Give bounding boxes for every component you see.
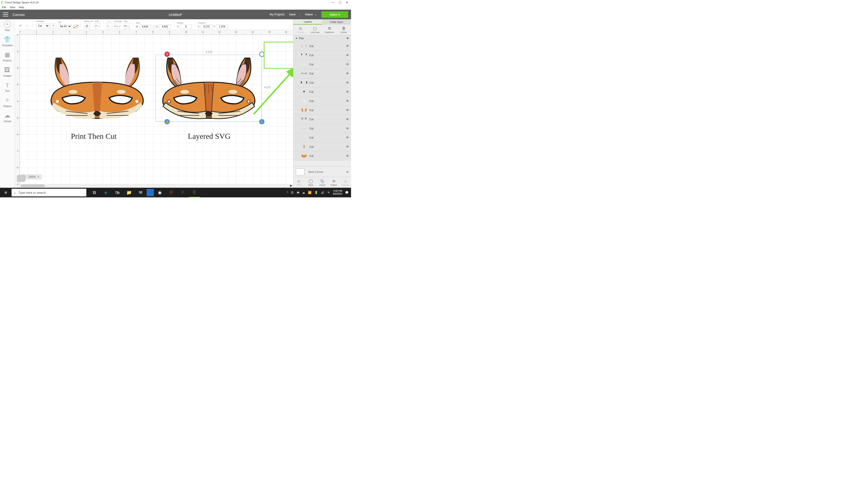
- redo-button[interactable]: ↷: [24, 23, 30, 29]
- wifi-icon[interactable]: 📶: [308, 191, 311, 194]
- flatten-button[interactable]: ≋Flatten: [328, 177, 340, 188]
- height-input[interactable]: [159, 25, 171, 29]
- minimize-button[interactable]: —: [332, 1, 334, 4]
- text-button[interactable]: TText: [4, 82, 11, 92]
- photos-icon[interactable]: [147, 189, 154, 196]
- rotate-input[interactable]: [180, 25, 192, 29]
- hamburger-icon[interactable]: [3, 12, 8, 17]
- weld-button[interactable]: ◯Weld: [305, 177, 317, 188]
- visibility-toggle[interactable]: 👁: [346, 117, 349, 121]
- delete-button[interactable]: 🗑Delete: [337, 25, 351, 35]
- undo-button[interactable]: ↶: [18, 23, 23, 29]
- fill-select[interactable]: No Fill: [58, 24, 72, 29]
- machine-selector[interactable]: Maker ⌄: [305, 13, 317, 16]
- chat-icon[interactable]: [17, 175, 26, 182]
- linetype-help[interactable]: ?: [51, 23, 56, 29]
- arrange-button[interactable]: ▭⌄: [114, 23, 120, 29]
- clock[interactable]: 3:40 PM3/9/2020: [333, 190, 342, 195]
- edit-button[interactable]: ✂⌄: [95, 23, 100, 29]
- close-button[interactable]: ✕: [346, 1, 348, 4]
- cricut-icon[interactable]: C: [189, 188, 200, 197]
- visibility-hidden-icon[interactable]: 👁: [346, 171, 349, 173]
- visibility-toggle[interactable]: 👁: [346, 99, 349, 103]
- notifications-icon[interactable]: 💬: [345, 191, 349, 194]
- volume-icon[interactable]: 🔊: [321, 191, 324, 194]
- layer-item[interactable]: Cut👁: [293, 105, 351, 115]
- save-link[interactable]: Save: [289, 13, 296, 16]
- upload-button[interactable]: ☁Upload: [4, 112, 11, 123]
- y-input[interactable]: [216, 25, 228, 29]
- layer-group-fox[interactable]: ▼Fox 👁: [293, 35, 351, 41]
- visibility-toggle[interactable]: 👁: [346, 44, 349, 48]
- layer-item[interactable]: Cut👁: [293, 124, 351, 133]
- security-icon[interactable]: ◓: [297, 191, 299, 194]
- layer-item[interactable]: Cut👁: [293, 115, 351, 124]
- menu-view[interactable]: View: [10, 6, 16, 9]
- layer-item[interactable]: Cut👁: [293, 133, 351, 142]
- visibility-toggle[interactable]: 👁: [346, 72, 349, 75]
- group-button[interactable]: ▣Group: [293, 25, 308, 35]
- new-button[interactable]: +New: [4, 21, 11, 32]
- visibility-toggle[interactable]: 👁: [346, 62, 349, 66]
- contour-button[interactable]: ◎Contour: [340, 177, 351, 188]
- explorer-icon[interactable]: 📁: [123, 188, 134, 197]
- visibility-toggle[interactable]: 👁: [346, 127, 349, 130]
- publisher-icon[interactable]: P: [178, 188, 189, 197]
- label-layered-svg[interactable]: Layered SVG: [188, 132, 230, 141]
- task-view-icon[interactable]: ⧉: [89, 188, 100, 197]
- visibility-toggle[interactable]: 👁: [346, 90, 349, 94]
- visibility-toggle[interactable]: 👁: [346, 136, 349, 139]
- store-icon[interactable]: 🛍: [112, 188, 123, 197]
- visibility-toggle[interactable]: 👁: [346, 145, 349, 149]
- maximize-button[interactable]: ▢: [339, 1, 341, 4]
- flip-button[interactable]: ⇋⌄: [124, 23, 130, 29]
- fox-print-then-cut[interactable]: [44, 56, 151, 126]
- slice-button[interactable]: ◐Slice: [293, 177, 305, 188]
- mail-icon[interactable]: ✉: [135, 188, 146, 197]
- layer-item[interactable]: Cut👁: [293, 69, 351, 78]
- visibility-toggle[interactable]: 👁: [346, 108, 349, 112]
- layer-item[interactable]: Cut👁: [293, 60, 351, 69]
- visibility-toggle[interactable]: 👁: [346, 53, 349, 57]
- align-button[interactable]: ≣⌄: [106, 23, 112, 29]
- taskbar-search[interactable]: ⌕ Type here to search: [11, 189, 86, 196]
- canvas-area[interactable]: 01234567891011121314151617 0123456789: [15, 30, 293, 188]
- select-all-button[interactable]: ⊞: [84, 23, 90, 29]
- ungroup-button[interactable]: ▢UnGroup: [308, 25, 322, 35]
- onedrive-icon[interactable]: ☁: [302, 191, 305, 194]
- fox-layered-svg[interactable]: [156, 56, 262, 126]
- menu-help[interactable]: Help: [19, 6, 24, 9]
- linetype-select[interactable]: Cut: [36, 24, 50, 28]
- visibility-toggle[interactable]: 👁: [346, 154, 349, 158]
- shapes-button[interactable]: ✧Shapes: [3, 97, 11, 107]
- duplicate-button[interactable]: ⧉Duplicate: [322, 25, 337, 35]
- projects-button[interactable]: ▦Projects: [3, 51, 11, 62]
- battery-icon[interactable]: 🔋: [314, 191, 318, 194]
- layer-item[interactable]: Cut👁: [293, 41, 351, 51]
- layer-item[interactable]: Cut👁: [293, 87, 351, 96]
- visibility-toggle[interactable]: 👁: [346, 37, 349, 40]
- width-input[interactable]: [139, 25, 151, 29]
- dropbox-icon[interactable]: ⛋: [291, 191, 294, 194]
- menu-file[interactable]: File: [2, 6, 6, 9]
- label-print-then-cut[interactable]: Print Then Cut: [71, 132, 117, 141]
- tab-color-sync[interactable]: Color Sync: [322, 19, 351, 25]
- powerpoint-icon[interactable]: P: [166, 188, 177, 197]
- input-icon[interactable]: ✎: [328, 191, 330, 194]
- edge-icon[interactable]: e: [100, 188, 112, 197]
- layer-item[interactable]: Cut👁: [293, 142, 351, 151]
- layer-item[interactable]: Cut👁: [293, 51, 351, 60]
- templates-button[interactable]: 👕Templates: [2, 36, 13, 47]
- layer-item[interactable]: Cut👁: [293, 151, 351, 161]
- my-projects-link[interactable]: My Projects: [270, 13, 285, 16]
- make-it-button[interactable]: Make It: [321, 11, 348, 18]
- attach-button[interactable]: 📎Attach: [317, 177, 328, 188]
- chrome-icon[interactable]: ◉: [154, 188, 165, 197]
- images-button[interactable]: 🖼Images: [3, 66, 11, 77]
- layer-item[interactable]: Cut👁: [293, 78, 351, 87]
- horizontal-scrollbar[interactable]: ▶: [20, 184, 293, 188]
- fill-swatch[interactable]: [73, 25, 78, 28]
- tab-layers[interactable]: Layers: [293, 19, 322, 25]
- visibility-toggle[interactable]: 👁: [346, 81, 349, 85]
- layer-item[interactable]: Cut👁: [293, 96, 351, 105]
